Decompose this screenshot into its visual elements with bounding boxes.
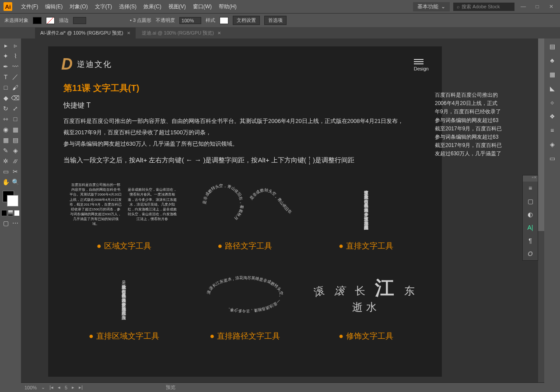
perspective-tool[interactable]: ▦	[11, 125, 20, 134]
close-icon[interactable]: ✕	[217, 31, 221, 35]
document-tab-active[interactable]: AI-课件2.ai* @ 100% (RGB/GPU 预览) ✕	[35, 28, 136, 38]
document-tab-inactive[interactable]: 逆迪.ai @ 100% (RGB/GPU 预览) ✕	[136, 28, 226, 38]
symbols-icon[interactable]: ❖	[548, 112, 556, 121]
controlbar: 未选择对象 描边 • 3 点圆形 不透明度 样式 文档设置 首选项	[0, 13, 560, 27]
stroke-weight-input[interactable]	[73, 17, 86, 24]
vertical-scrollbar[interactable]	[538, 38, 544, 382]
minimize-button[interactable]: —	[518, 3, 528, 10]
magic-wand-tool[interactable]: ✦	[1, 51, 10, 61]
width-tool[interactable]: ⇿	[1, 114, 10, 124]
symbol-sprayer-tool[interactable]: ✲	[1, 156, 10, 166]
search-input[interactable]: ⌕ 搜索 Adobe Stock	[453, 3, 514, 11]
brand-name: 逆迪文化	[77, 59, 112, 70]
color-icon[interactable]: ▦	[548, 70, 556, 79]
zoom-tool[interactable]: 🔍	[11, 177, 20, 187]
menu-type[interactable]: 文字(T)	[91, 3, 116, 10]
floating-panel[interactable]: «✕ ≡ ▢ ◐ A| ¶ O	[522, 175, 538, 261]
panel-icon-opentype[interactable]: O	[523, 247, 538, 260]
blend-tool[interactable]: ◈	[11, 146, 20, 155]
gradient-tool[interactable]: ▤	[11, 135, 20, 145]
line-tool[interactable]: ／	[11, 72, 20, 82]
vertical-text-sample: 滚滚长江东逝水 是非成败转头空，青山依旧在，惯看秋月春风。一壶浊酒喜相逢，古今多…	[363, 174, 369, 235]
scrollbar-thumb[interactable]	[538, 38, 544, 231]
touch-type-sample: 滚 滚 长 江 东逝水	[312, 275, 420, 314]
scale-tool[interactable]: ⤢	[11, 104, 20, 113]
screen-mode[interactable]: ▢	[1, 218, 10, 228]
stroke-swatch[interactable]	[46, 17, 55, 24]
doc-setup-button[interactable]: 文档设置	[233, 16, 260, 25]
menu-file[interactable]: 文件(F)	[18, 3, 42, 10]
eyedropper-tool[interactable]: ✎	[1, 146, 10, 155]
shape-builder-tool[interactable]: ◉	[1, 125, 10, 134]
shaper-tool[interactable]: ◆	[1, 93, 10, 103]
canvas[interactable]: D 逆迪文化 Design 第11课 文字工具(T) 快捷键 T 百度百科是百度…	[21, 38, 544, 392]
graph-tool[interactable]: ⫻	[11, 156, 20, 166]
fill-swatch[interactable]	[33, 17, 42, 24]
panel-icon-transparency[interactable]: ◐	[523, 208, 538, 221]
zoom-level[interactable]: 100%	[24, 385, 37, 390]
menu-view[interactable]: 视图(V)	[165, 3, 189, 10]
hand-tool[interactable]: ✋	[1, 177, 10, 187]
lasso-tool[interactable]: ⌇	[11, 51, 20, 61]
opacity-input[interactable]	[179, 17, 201, 24]
rotate-tool[interactable]: ↻	[1, 104, 10, 113]
mesh-tool[interactable]: ▦	[1, 135, 10, 145]
close-icon[interactable]: ✕	[534, 175, 537, 182]
tab-label: 逆迪.ai @ 100% (RGB/GPU 预览)	[142, 30, 214, 36]
path-text-sample: 是非成败转头空，青山依旧在，看着秋月 是非成败转头空，青山依旧在	[197, 174, 293, 235]
menu-effect[interactable]: 效果(C)	[140, 3, 165, 10]
nav-prev-icon[interactable]: ◂	[58, 385, 60, 390]
libraries-icon[interactable]: ♣	[548, 56, 556, 65]
artboards-icon[interactable]: ▭	[548, 154, 556, 163]
chevron-down-icon[interactable]: ⌄	[41, 385, 45, 390]
nav-last-icon[interactable]: ▸|	[79, 385, 83, 390]
free-transform-tool[interactable]: □	[11, 114, 20, 124]
layers-icon[interactable]: ◈	[548, 140, 556, 149]
slice-tool[interactable]: ✂	[11, 167, 20, 176]
color-picker[interactable]	[1, 191, 20, 208]
brush-tool[interactable]: 🖌	[11, 83, 20, 92]
area-text-sample: 百度百科是百度公司推出的一部内容开放，自由的网络百科全书平台。其测试版于2006…	[70, 182, 122, 227]
style-label: 样式	[206, 17, 215, 24]
background-color[interactable]	[7, 195, 18, 206]
type-tool[interactable]: T	[1, 72, 10, 82]
nav-first-icon[interactable]: |◂	[49, 385, 53, 390]
selection-tool[interactable]: ▸	[1, 41, 10, 50]
paragraph-2: 截至2017年9月，百度百科已经录收了超过1500万的词条，	[63, 128, 427, 137]
style-swatch[interactable]	[220, 17, 228, 24]
menu-edit[interactable]: 编辑(E)	[42, 3, 66, 10]
none-mode[interactable]	[14, 210, 20, 216]
menu-object[interactable]: 对象(O)	[66, 3, 91, 10]
properties-icon[interactable]: ▤	[548, 42, 556, 51]
menu-window[interactable]: 窗口(W)	[189, 3, 215, 10]
panel-icon-appearance[interactable]: ▢	[523, 195, 538, 208]
close-button[interactable]: ✕	[546, 3, 556, 10]
panel-icon-paragraph[interactable]: ≡	[523, 182, 538, 195]
panel-icon-character[interactable]: A|	[523, 221, 538, 234]
close-icon[interactable]: ✕	[127, 31, 130, 35]
prefs-button[interactable]: 首选项	[264, 16, 287, 25]
rectangle-tool[interactable]: □	[1, 83, 10, 92]
fill-mode[interactable]	[1, 210, 7, 216]
stroke-icon[interactable]: ≡	[548, 126, 556, 135]
menu-select[interactable]: 选择(S)	[116, 3, 140, 10]
eraser-tool[interactable]: ⌫	[11, 93, 20, 103]
brushes-icon[interactable]: ⟐	[548, 98, 556, 107]
document-tabbar: AI-课件2.ai* @ 100% (RGB/GPU 预览) ✕ 逆迪.ai @…	[0, 27, 560, 38]
panel-icon-paragraph2[interactable]: ¶	[523, 234, 538, 247]
main-area: ▸▹ ✦⌇ ✒〰 T／ □🖌 ◆⌫ ↻⤢ ⇿□ ◉▦ ▦▤ ✎◈ ✲⫻ ▭✂ ✋…	[0, 38, 560, 392]
label-vertical-path: ●直排路径文字工具	[190, 331, 299, 341]
edit-toolbar[interactable]: ⋯	[11, 218, 20, 228]
menu-help[interactable]: 帮助(H)	[215, 3, 240, 10]
pen-tool[interactable]: ✒	[1, 62, 10, 71]
swatches-icon[interactable]: ◣	[548, 84, 556, 93]
workspace-selector[interactable]: 基本功能 ⌄	[413, 2, 450, 11]
paragraph-3: 参与词条编辑的网友超过630万人，几乎涵盖了所有已知的知识领域。	[63, 139, 427, 149]
statusbar: 100% ⌄ |◂ ◂ 5 ▸ ▸| 预览	[21, 382, 544, 392]
direct-selection-tool[interactable]: ▹	[11, 41, 20, 50]
curvature-tool[interactable]: 〰	[11, 62, 20, 71]
gradient-mode[interactable]	[8, 210, 14, 216]
artboard-tool[interactable]: ▭	[1, 167, 10, 176]
maximize-button[interactable]: □	[532, 3, 542, 10]
nav-next-icon[interactable]: ▸	[72, 385, 74, 390]
